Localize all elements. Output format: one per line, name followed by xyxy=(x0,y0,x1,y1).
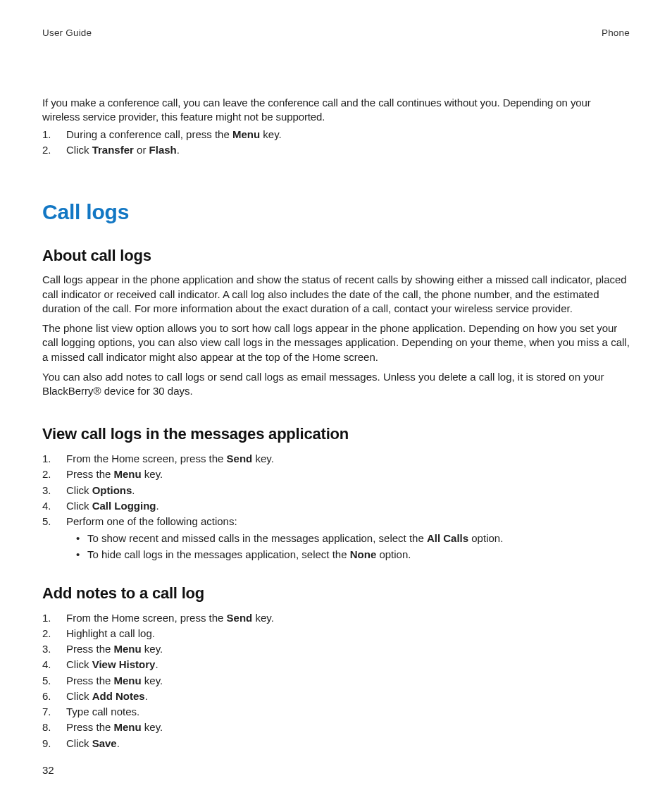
step-text-pre: Click xyxy=(66,690,92,702)
addnotes-step-9: 9.Click Save. xyxy=(42,737,630,751)
step-text-pre: Press the xyxy=(66,468,114,480)
step-bold: Menu xyxy=(114,643,142,655)
bullet-bold: None xyxy=(350,548,377,560)
view-step-1: 1.From the Home screen, press the Send k… xyxy=(42,452,630,466)
step-bold: Options xyxy=(92,484,132,496)
step-number: 5. xyxy=(42,515,56,529)
step-bold: Save xyxy=(92,737,117,749)
step-number: 7. xyxy=(42,705,56,719)
step-number: 3. xyxy=(42,483,56,498)
step-number: 1. xyxy=(42,611,56,625)
step-text-pre: Press the xyxy=(66,643,114,655)
addnotes-step-3: 3.Press the Menu key. xyxy=(42,642,630,656)
step-number: 8. xyxy=(42,720,56,734)
step-text-pre: Click xyxy=(66,658,92,670)
intro-step-2: 2. Click Transfer or Flash. xyxy=(42,143,630,157)
step-number: 5. xyxy=(42,674,56,688)
step-text-pre: Click xyxy=(66,737,92,749)
intro-steps: 1. During a conference call, press the M… xyxy=(42,128,630,158)
step-text-pre: From the Home screen, press the xyxy=(66,612,227,624)
step-text-post: . xyxy=(145,690,148,702)
step-number: 2. xyxy=(42,627,56,641)
intro-block: If you make a conference call, you can l… xyxy=(42,96,630,125)
view-step-5-bullets: To show recent and missed calls in the m… xyxy=(66,531,630,562)
about-paragraph-2: The phone list view option allows you to… xyxy=(42,321,630,364)
step-number: 9. xyxy=(42,737,56,751)
step-text-post: . xyxy=(177,144,180,156)
page-header: User Guide Phone xyxy=(42,27,630,39)
bullet-text-post: option. xyxy=(468,532,503,544)
addnotes-step-8: 8.Press the Menu key. xyxy=(42,720,630,734)
step-bold: Menu xyxy=(114,721,142,733)
step-text-post: key. xyxy=(252,612,274,624)
step-text-pre: From the Home screen, press the xyxy=(66,452,227,464)
step-text-post: key. xyxy=(142,643,163,655)
step-number: 2. xyxy=(42,467,56,481)
page-number: 32 xyxy=(42,763,54,777)
view-bullet-1: To show recent and missed calls in the m… xyxy=(66,531,630,546)
section-title-call-logs: Call logs xyxy=(42,198,630,227)
subheading-about-call-logs: About call logs xyxy=(42,245,630,266)
step-text-post: key. xyxy=(142,721,163,733)
step-text-pre: Click xyxy=(66,500,92,512)
step-bold: Send xyxy=(227,452,253,464)
header-right: Phone xyxy=(602,27,630,39)
step-bold: Transfer xyxy=(92,144,134,156)
step-number: 6. xyxy=(42,689,56,703)
step-text-mid: or xyxy=(134,144,149,156)
bullet-text-post: option. xyxy=(376,548,411,560)
step-number: 4. xyxy=(42,658,56,672)
step-bold: Menu xyxy=(114,468,142,480)
step-number: 2. xyxy=(42,143,56,157)
step-text: Perform one of the following actions: xyxy=(66,515,237,527)
view-steps: 1.From the Home screen, press the Send k… xyxy=(42,452,630,562)
step-number: 1. xyxy=(42,452,56,466)
step-bold: Flash xyxy=(149,144,177,156)
addnotes-step-5: 5.Press the Menu key. xyxy=(42,674,630,688)
step-bold: Send xyxy=(227,612,253,624)
addnotes-steps: 1.From the Home screen, press the Send k… xyxy=(42,611,630,751)
step-text-post: . xyxy=(117,737,120,749)
addnotes-step-1: 1.From the Home screen, press the Send k… xyxy=(42,611,630,625)
step-text-pre: Press the xyxy=(66,674,114,686)
bullet-bold: All Calls xyxy=(427,532,468,544)
about-paragraph-1: Call logs appear in the phone applicatio… xyxy=(42,273,630,316)
header-left: User Guide xyxy=(42,27,92,39)
bullet-text-pre: To hide call logs in the messages applic… xyxy=(87,548,350,560)
step-text-pre: During a conference call, press the xyxy=(66,128,232,140)
subheading-add-notes: Add notes to a call log xyxy=(42,583,630,604)
addnotes-step-2: 2.Highlight a call log. xyxy=(42,627,630,641)
step-text-post: . xyxy=(132,484,135,496)
intro-step-1: 1. During a conference call, press the M… xyxy=(42,128,630,142)
step-bold: Add Notes xyxy=(92,690,145,702)
step-bold: Call Logging xyxy=(92,500,156,512)
step-number: 4. xyxy=(42,499,56,513)
step-text-post: key. xyxy=(260,128,282,140)
step-text-pre: Press the xyxy=(66,721,114,733)
step-number: 3. xyxy=(42,642,56,656)
step-bold: View History xyxy=(92,658,156,670)
addnotes-step-4: 4.Click View History. xyxy=(42,658,630,672)
step-number: 1. xyxy=(42,128,56,142)
step-text-post: key. xyxy=(142,674,163,686)
addnotes-step-6: 6.Click Add Notes. xyxy=(42,689,630,703)
step-bold: Menu xyxy=(232,128,260,140)
step-text-post: key. xyxy=(252,452,274,464)
about-paragraph-3: You can also add notes to call logs or s… xyxy=(42,370,630,399)
view-step-2: 2.Press the Menu key. xyxy=(42,467,630,481)
addnotes-step-7: 7.Type call notes. xyxy=(42,705,630,719)
subheading-view-call-logs: View call logs in the messages applicati… xyxy=(42,424,630,445)
step-bold: Menu xyxy=(114,674,142,686)
step-text-pre: Click xyxy=(66,144,92,156)
view-step-4: 4.Click Call Logging. xyxy=(42,499,630,513)
step-text-post: key. xyxy=(142,468,163,480)
view-bullet-2: To hide call logs in the messages applic… xyxy=(66,548,630,562)
step-text: Type call notes. xyxy=(66,706,139,717)
view-step-5: 5.Perform one of the following actions: … xyxy=(42,515,630,562)
bullet-text-pre: To show recent and missed calls in the m… xyxy=(87,532,427,544)
step-text-post: . xyxy=(155,658,158,670)
intro-paragraph: If you make a conference call, you can l… xyxy=(42,97,591,123)
step-text: Highlight a call log. xyxy=(66,627,155,639)
view-step-3: 3.Click Options. xyxy=(42,483,630,498)
step-text-pre: Click xyxy=(66,484,92,496)
